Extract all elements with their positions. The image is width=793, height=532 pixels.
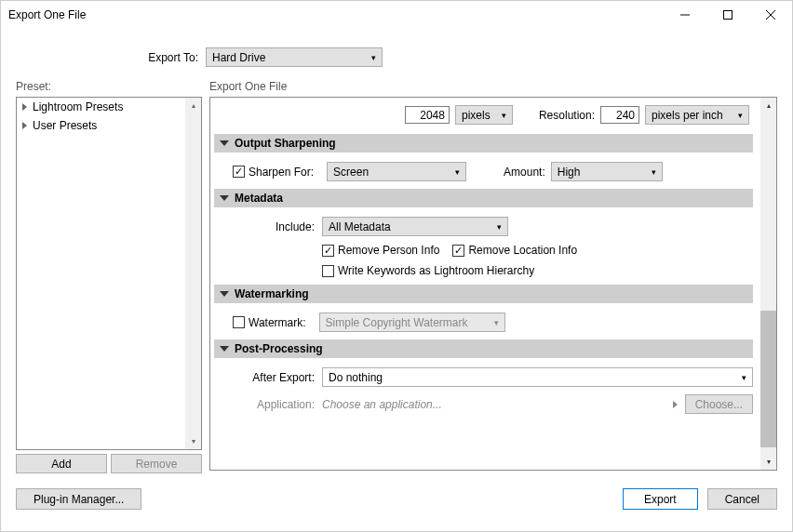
chevron-down-icon: ▾ <box>371 53 376 62</box>
remove-preset-button: Remove <box>111 454 202 473</box>
amount-label: Amount: <box>504 166 545 179</box>
chevron-down-icon <box>220 140 229 146</box>
chevron-down-icon <box>673 401 678 408</box>
window-title: Export One File <box>8 8 664 21</box>
chevron-down-icon: ▾ <box>497 222 502 232</box>
cancel-button[interactable]: Cancel <box>707 488 777 510</box>
remove-location-checkbox[interactable]: ✓ Remove Location Info <box>452 244 577 257</box>
panel-scrollbar[interactable]: ▴ ▾ <box>760 98 776 470</box>
after-export-label: After Export: <box>214 371 322 384</box>
watermark-checkbox[interactable]: Watermark: <box>233 316 306 329</box>
section-post-processing[interactable]: Post-Processing <box>214 339 753 358</box>
after-export-select[interactable]: Do nothing ▾ <box>322 367 753 387</box>
preset-scrollbar[interactable]: ▴ ▾ <box>185 98 201 449</box>
amount-select[interactable]: High ▾ <box>551 162 663 181</box>
close-button[interactable] <box>749 1 792 29</box>
chevron-down-icon: ▾ <box>455 167 460 177</box>
chevron-down-icon: ▾ <box>738 111 743 120</box>
size-unit-select[interactable]: pixels ▾ <box>455 105 513 125</box>
add-preset-button[interactable]: Add <box>16 454 107 473</box>
resolution-label: Resolution: <box>539 109 595 122</box>
application-value: Choose an application... <box>322 398 678 411</box>
plugin-manager-button[interactable]: Plug-in Manager... <box>16 488 141 510</box>
chevron-down-icon: ▾ <box>652 167 656 177</box>
sharpen-for-select[interactable]: Screen ▾ <box>327 162 466 181</box>
section-metadata[interactable]: Metadata <box>214 189 753 207</box>
write-keywords-checkbox[interactable]: Write Keywords as Lightroom Hierarchy <box>322 264 534 277</box>
resolution-input[interactable] <box>600 106 639 124</box>
chevron-down-icon <box>220 291 229 297</box>
scroll-up-icon[interactable]: ▴ <box>760 98 776 113</box>
preset-list[interactable]: Lightroom Presets User Presets ▴ ▾ <box>16 97 202 450</box>
chevron-down-icon <box>220 346 229 352</box>
section-watermarking[interactable]: Watermarking <box>214 285 753 303</box>
chevron-down-icon: ▾ <box>502 111 506 120</box>
preset-heading: Preset: <box>16 80 202 93</box>
chevron-down-icon: ▾ <box>742 373 746 382</box>
include-label: Include: <box>214 220 322 233</box>
preset-lightroom[interactable]: Lightroom Presets <box>17 98 201 116</box>
titlebar: Export One File <box>1 1 792 29</box>
window-buttons <box>664 1 792 29</box>
chevron-right-icon <box>22 103 27 111</box>
scroll-down-icon[interactable]: ▾ <box>760 454 776 470</box>
section-output-sharpening[interactable]: Output Sharpening <box>214 134 753 153</box>
panel-heading: Export One File <box>209 80 777 93</box>
export-to-label: Export To: <box>16 51 206 64</box>
watermark-select: Simple Copyright Watermark ▾ <box>319 313 505 332</box>
maximize-button[interactable] <box>706 1 749 29</box>
choose-button: Choose... <box>685 394 753 414</box>
scroll-up-icon[interactable]: ▴ <box>185 98 201 113</box>
remove-person-checkbox[interactable]: ✓ Remove Person Info <box>322 244 439 257</box>
chevron-down-icon: ▾ <box>494 318 499 327</box>
application-label: Application: <box>214 398 322 411</box>
chevron-right-icon <box>22 122 27 129</box>
chevron-down-icon <box>220 195 229 201</box>
include-select[interactable]: All Metadata ▾ <box>322 217 508 236</box>
size-input[interactable] <box>405 106 450 124</box>
export-to-value: Hard Drive <box>212 51 265 64</box>
svg-rect-1 <box>724 11 733 20</box>
export-button[interactable]: Export <box>623 488 698 510</box>
preset-user[interactable]: User Presets <box>17 116 201 135</box>
export-to-select[interactable]: Hard Drive ▾ <box>206 47 383 67</box>
scroll-down-icon[interactable]: ▾ <box>185 433 201 449</box>
minimize-button[interactable] <box>664 1 706 29</box>
scrollbar-thumb[interactable] <box>760 311 776 446</box>
sharpen-for-checkbox[interactable]: ✓ Sharpen For: <box>233 166 314 179</box>
resolution-unit-select[interactable]: pixels per inch ▾ <box>645 105 749 125</box>
